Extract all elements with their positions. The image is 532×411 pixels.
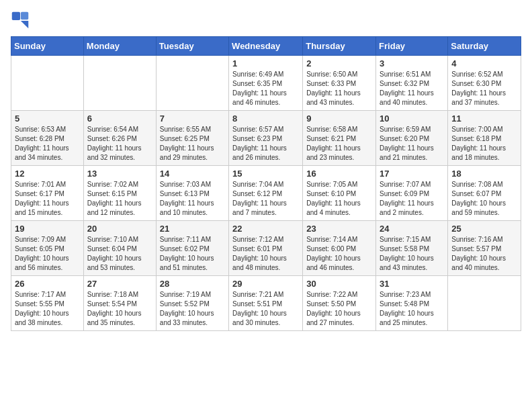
calendar-cell: [156, 56, 228, 111]
day-info: Sunrise: 7:16 AM Sunset: 5:57 PM Dayligh…: [451, 235, 517, 273]
calendar-cell: 27Sunrise: 7:18 AM Sunset: 5:54 PM Dayli…: [83, 276, 156, 331]
day-number: 17: [380, 169, 444, 179]
day-number: 9: [306, 113, 372, 124]
day-header-thursday: Thursday: [303, 37, 376, 56]
day-info: Sunrise: 6:51 AM Sunset: 6:32 PM Dayligh…: [380, 70, 444, 107]
day-number: 11: [451, 113, 517, 124]
calendar-week-row: 19Sunrise: 7:09 AM Sunset: 6:05 PM Dayli…: [11, 221, 521, 276]
calendar-cell: 25Sunrise: 7:16 AM Sunset: 5:57 PM Dayli…: [448, 221, 521, 276]
calendar-cell: 10Sunrise: 6:59 AM Sunset: 6:20 PM Dayli…: [376, 111, 448, 166]
calendar-cell: [83, 56, 156, 111]
calendar-cell: 30Sunrise: 7:22 AM Sunset: 5:50 PM Dayli…: [303, 276, 376, 331]
calendar-cell: 16Sunrise: 7:05 AM Sunset: 6:10 PM Dayli…: [303, 166, 376, 221]
day-number: 1: [232, 58, 299, 68]
calendar-cell: 12Sunrise: 7:01 AM Sunset: 6:17 PM Dayli…: [11, 166, 84, 221]
calendar-cell: [11, 56, 84, 111]
calendar-cell: 8Sunrise: 6:57 AM Sunset: 6:23 PM Daylig…: [229, 111, 303, 166]
calendar-cell: 17Sunrise: 7:07 AM Sunset: 6:09 PM Dayli…: [376, 166, 448, 221]
logo-icon: [11, 11, 30, 30]
day-header-sunday: Sunday: [11, 37, 84, 56]
day-number: 2: [306, 58, 372, 68]
day-number: 19: [15, 224, 80, 234]
calendar-header-row: SundayMondayTuesdayWednesdayThursdayFrid…: [11, 37, 521, 56]
day-header-tuesday: Tuesday: [156, 37, 228, 56]
calendar-cell: [448, 276, 521, 331]
day-number: 29: [232, 279, 299, 289]
day-info: Sunrise: 7:04 AM Sunset: 6:12 PM Dayligh…: [232, 180, 299, 218]
calendar-table: SundayMondayTuesdayWednesdayThursdayFrid…: [11, 36, 521, 331]
day-number: 25: [451, 224, 517, 234]
svg-rect-1: [21, 12, 28, 19]
day-info: Sunrise: 7:14 AM Sunset: 6:00 PM Dayligh…: [306, 235, 372, 273]
day-info: Sunrise: 6:49 AM Sunset: 6:35 PM Dayligh…: [232, 70, 299, 107]
day-number: 24: [380, 224, 444, 234]
day-info: Sunrise: 7:17 AM Sunset: 5:55 PM Dayligh…: [15, 290, 80, 328]
day-number: 31: [380, 279, 444, 289]
calendar-cell: 3Sunrise: 6:51 AM Sunset: 6:32 PM Daylig…: [376, 56, 448, 111]
page-header: [11, 11, 521, 30]
day-number: 30: [306, 279, 372, 289]
day-info: Sunrise: 7:11 AM Sunset: 6:02 PM Dayligh…: [160, 235, 225, 273]
calendar-cell: 24Sunrise: 7:15 AM Sunset: 5:58 PM Dayli…: [376, 221, 448, 276]
calendar-cell: 21Sunrise: 7:11 AM Sunset: 6:02 PM Dayli…: [156, 221, 228, 276]
day-info: Sunrise: 7:22 AM Sunset: 5:50 PM Dayligh…: [306, 290, 372, 328]
day-info: Sunrise: 7:15 AM Sunset: 5:58 PM Dayligh…: [380, 235, 444, 273]
calendar-week-row: 5Sunrise: 6:53 AM Sunset: 6:28 PM Daylig…: [11, 111, 521, 166]
day-number: 18: [451, 169, 517, 179]
day-number: 7: [160, 113, 225, 124]
svg-rect-0: [12, 12, 20, 20]
day-info: Sunrise: 6:58 AM Sunset: 6:21 PM Dayligh…: [306, 125, 372, 163]
day-number: 3: [380, 58, 444, 68]
calendar-week-row: 26Sunrise: 7:17 AM Sunset: 5:55 PM Dayli…: [11, 276, 521, 331]
day-number: 12: [15, 169, 80, 179]
day-number: 22: [232, 224, 299, 234]
svg-marker-2: [21, 21, 28, 28]
calendar-cell: 22Sunrise: 7:12 AM Sunset: 6:01 PM Dayli…: [229, 221, 303, 276]
calendar-cell: 20Sunrise: 7:10 AM Sunset: 6:04 PM Dayli…: [83, 221, 156, 276]
day-info: Sunrise: 6:52 AM Sunset: 6:30 PM Dayligh…: [451, 70, 517, 107]
day-number: 6: [87, 113, 152, 124]
calendar-cell: 31Sunrise: 7:23 AM Sunset: 5:48 PM Dayli…: [376, 276, 448, 331]
day-header-friday: Friday: [376, 37, 448, 56]
day-number: 23: [306, 224, 372, 234]
day-number: 10: [380, 113, 444, 124]
calendar-cell: 7Sunrise: 6:55 AM Sunset: 6:25 PM Daylig…: [156, 111, 228, 166]
calendar-cell: 28Sunrise: 7:19 AM Sunset: 5:52 PM Dayli…: [156, 276, 228, 331]
day-number: 8: [232, 113, 299, 124]
day-number: 26: [15, 279, 80, 289]
calendar-cell: 29Sunrise: 7:21 AM Sunset: 5:51 PM Dayli…: [229, 276, 303, 331]
day-info: Sunrise: 7:10 AM Sunset: 6:04 PM Dayligh…: [87, 235, 152, 273]
day-info: Sunrise: 7:21 AM Sunset: 5:51 PM Dayligh…: [232, 290, 299, 328]
day-number: 20: [87, 224, 152, 234]
day-info: Sunrise: 6:54 AM Sunset: 6:26 PM Dayligh…: [87, 125, 152, 163]
day-info: Sunrise: 7:01 AM Sunset: 6:17 PM Dayligh…: [15, 180, 80, 218]
day-info: Sunrise: 6:59 AM Sunset: 6:20 PM Dayligh…: [380, 125, 444, 163]
day-number: 16: [306, 169, 372, 179]
day-info: Sunrise: 6:50 AM Sunset: 6:33 PM Dayligh…: [306, 70, 372, 107]
calendar-week-row: 1Sunrise: 6:49 AM Sunset: 6:35 PM Daylig…: [11, 56, 521, 111]
calendar-week-row: 12Sunrise: 7:01 AM Sunset: 6:17 PM Dayli…: [11, 166, 521, 221]
calendar-cell: 2Sunrise: 6:50 AM Sunset: 6:33 PM Daylig…: [303, 56, 376, 111]
day-header-monday: Monday: [83, 37, 156, 56]
day-info: Sunrise: 7:02 AM Sunset: 6:15 PM Dayligh…: [87, 180, 152, 218]
calendar-cell: 15Sunrise: 7:04 AM Sunset: 6:12 PM Dayli…: [229, 166, 303, 221]
calendar-cell: 4Sunrise: 6:52 AM Sunset: 6:30 PM Daylig…: [448, 56, 521, 111]
calendar-cell: 14Sunrise: 7:03 AM Sunset: 6:13 PM Dayli…: [156, 166, 228, 221]
day-number: 13: [87, 169, 152, 179]
day-info: Sunrise: 7:08 AM Sunset: 6:07 PM Dayligh…: [451, 180, 517, 218]
calendar-cell: 19Sunrise: 7:09 AM Sunset: 6:05 PM Dayli…: [11, 221, 84, 276]
logo: [11, 11, 32, 30]
calendar-cell: 5Sunrise: 6:53 AM Sunset: 6:28 PM Daylig…: [11, 111, 84, 166]
day-info: Sunrise: 7:00 AM Sunset: 6:18 PM Dayligh…: [451, 125, 517, 163]
day-number: 14: [160, 169, 225, 179]
day-info: Sunrise: 7:23 AM Sunset: 5:48 PM Dayligh…: [380, 290, 444, 328]
day-number: 28: [160, 279, 225, 289]
day-number: 15: [232, 169, 299, 179]
day-info: Sunrise: 6:55 AM Sunset: 6:25 PM Dayligh…: [160, 125, 225, 163]
day-info: Sunrise: 7:05 AM Sunset: 6:10 PM Dayligh…: [306, 180, 372, 218]
calendar-cell: 1Sunrise: 6:49 AM Sunset: 6:35 PM Daylig…: [229, 56, 303, 111]
day-info: Sunrise: 7:07 AM Sunset: 6:09 PM Dayligh…: [380, 180, 444, 218]
day-number: 27: [87, 279, 152, 289]
day-info: Sunrise: 7:19 AM Sunset: 5:52 PM Dayligh…: [160, 290, 225, 328]
day-info: Sunrise: 6:53 AM Sunset: 6:28 PM Dayligh…: [15, 125, 80, 163]
